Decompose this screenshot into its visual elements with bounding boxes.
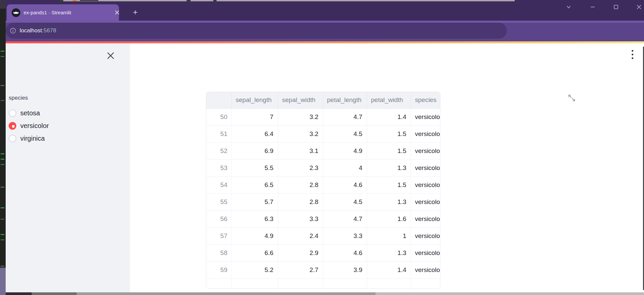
radio-option-label: versicolor: [20, 122, 49, 130]
scrollbar-thumb[interactable]: [77, 292, 375, 295]
table-row: 595.22.73.91.4versicolor: [206, 261, 440, 278]
cell-sepal_width: 3.1: [278, 142, 323, 159]
table-row: 5073.24.71.4versicolor: [206, 108, 440, 125]
cell-petal_width: 1.3: [367, 159, 411, 176]
browser-toolbar: localhost:5678: [6, 23, 644, 41]
cell-petal_length: 4.7: [323, 210, 367, 227]
url-port: :5678: [42, 27, 56, 34]
cell-sepal_width: 2.4: [278, 227, 323, 244]
table-row: 546.52.84.61.5versicolor: [206, 176, 440, 193]
streamlit-favicon: [12, 8, 20, 17]
empty-cell: [206, 278, 232, 289]
radio-unselected-icon[interactable]: [9, 135, 16, 142]
empty-cell: [411, 278, 440, 289]
cell-petal_length: 3.9: [323, 261, 367, 278]
column-header-petal_length[interactable]: petal_length: [323, 92, 367, 108]
radio-selected-icon[interactable]: [9, 122, 16, 130]
cell-species: versicolor: [411, 227, 440, 244]
cell-petal_length: 4.6: [323, 244, 367, 261]
sidebar: species setosaversicolorvirginica: [6, 43, 130, 292]
empty-cell: [367, 278, 411, 289]
cell-sepal_width: 3.2: [278, 108, 323, 125]
cell-petal_length: 4: [323, 159, 367, 176]
cell-species: versicolor: [411, 193, 440, 210]
bottom-scrollbar[interactable]: [0, 292, 644, 295]
cell-species: versicolor: [411, 244, 440, 261]
cell-species: versicolor: [411, 142, 440, 159]
cell-petal_length: 4.5: [323, 125, 367, 142]
browser-tab[interactable]: ex-pands1 · Streamlit: [7, 4, 119, 21]
table-row-partial: [206, 278, 440, 289]
cell-petal_length: 4.9: [323, 142, 367, 159]
cell-sepal_length: 5.5: [232, 159, 278, 176]
table-row: 566.33.34.71.6versicolor: [206, 210, 440, 227]
radio-unselected-icon[interactable]: [9, 109, 16, 117]
cell-sepal_width: 2.7: [278, 261, 323, 278]
fullscreen-expand-icon[interactable]: [567, 93, 576, 103]
cell-petal_width: 1: [367, 227, 411, 244]
radio-group-label: species: [9, 95, 28, 101]
column-header-sepal_width[interactable]: sepal_width: [278, 92, 323, 108]
row-index: 56: [206, 210, 232, 227]
table-row: 574.92.43.31versicolor: [206, 227, 440, 244]
cell-petal_length: 4.6: [323, 176, 367, 193]
row-index: 53: [206, 159, 232, 176]
cell-sepal_width: 2.8: [278, 193, 323, 210]
cell-sepal_length: 5.2: [232, 261, 278, 278]
cell-sepal_length: 6.6: [232, 244, 278, 261]
cell-sepal_length: 6.9: [232, 142, 278, 159]
sidebar-close-icon[interactable]: [107, 52, 114, 59]
window-close-icon[interactable]: [636, 4, 642, 10]
cell-petal_width: 1.6: [367, 210, 411, 227]
cell-species: versicolor: [411, 210, 440, 227]
row-index: 55: [206, 193, 232, 210]
cell-sepal_length: 6.5: [232, 176, 278, 193]
site-info-icon[interactable]: [10, 28, 16, 34]
tab-close-icon[interactable]: [115, 10, 120, 15]
column-header-index[interactable]: [206, 92, 232, 108]
column-header-petal_width[interactable]: petal_width: [367, 92, 411, 108]
cell-species: versicolor: [411, 176, 440, 193]
cell-sepal_length: 4.9: [232, 227, 278, 244]
radio-option-setosa[interactable]: setosa: [9, 107, 49, 119]
radio-option-versicolor[interactable]: versicolor: [9, 119, 49, 132]
window-maximize-icon[interactable]: [613, 4, 619, 10]
window-minimize-icon[interactable]: [590, 4, 595, 10]
dataframe-body: 5073.24.71.4versicolor516.43.24.51.5vers…: [206, 108, 440, 289]
cell-species: versicolor: [411, 108, 440, 125]
radio-option-label: virginica: [20, 135, 45, 142]
radio-option-label: setosa: [20, 109, 40, 117]
url-host: localhost: [20, 27, 42, 34]
row-index: 54: [206, 176, 232, 193]
url-text[interactable]: localhost:5678: [20, 27, 56, 34]
column-header-sepal_length[interactable]: sepal_length: [232, 92, 278, 108]
cell-petal_length: 4.7: [323, 108, 367, 125]
row-index: 57: [206, 227, 232, 244]
browser-titlebar: ex-pands1 · Streamlit +: [6, 0, 644, 21]
address-bar[interactable]: localhost:5678: [6, 23, 507, 39]
search-tabs-chevron-icon[interactable]: [566, 4, 571, 10]
cell-sepal_length: 6.3: [232, 210, 278, 227]
cell-petal_width: 1.5: [367, 142, 411, 159]
row-index: 58: [206, 244, 232, 261]
cell-petal_width: 1.3: [367, 193, 411, 210]
cell-petal_width: 1.5: [367, 125, 411, 142]
cell-petal_width: 1.4: [367, 261, 411, 278]
row-index: 59: [206, 261, 232, 278]
cell-petal_length: 3.3: [323, 227, 367, 244]
dataframe[interactable]: sepal_lengthsepal_widthpetal_lengthpetal…: [206, 92, 440, 289]
row-index: 50: [206, 108, 232, 125]
empty-cell: [323, 278, 367, 289]
cell-species: versicolor: [411, 261, 440, 278]
cell-sepal_width: 3.3: [278, 210, 323, 227]
cell-sepal_length: 7: [232, 108, 278, 125]
app-menu-icon[interactable]: [631, 50, 633, 60]
radio-option-virginica[interactable]: virginica: [9, 132, 49, 145]
column-header-species[interactable]: species: [411, 92, 440, 108]
table-row: 586.62.94.61.3versicolor: [206, 244, 440, 261]
table-row: 526.93.14.91.5versicolor: [206, 142, 440, 159]
cell-sepal_width: 2.3: [278, 159, 323, 176]
new-tab-button[interactable]: +: [132, 9, 139, 16]
cell-sepal_length: 6.4: [232, 125, 278, 142]
cell-sepal_width: 2.9: [278, 244, 323, 261]
